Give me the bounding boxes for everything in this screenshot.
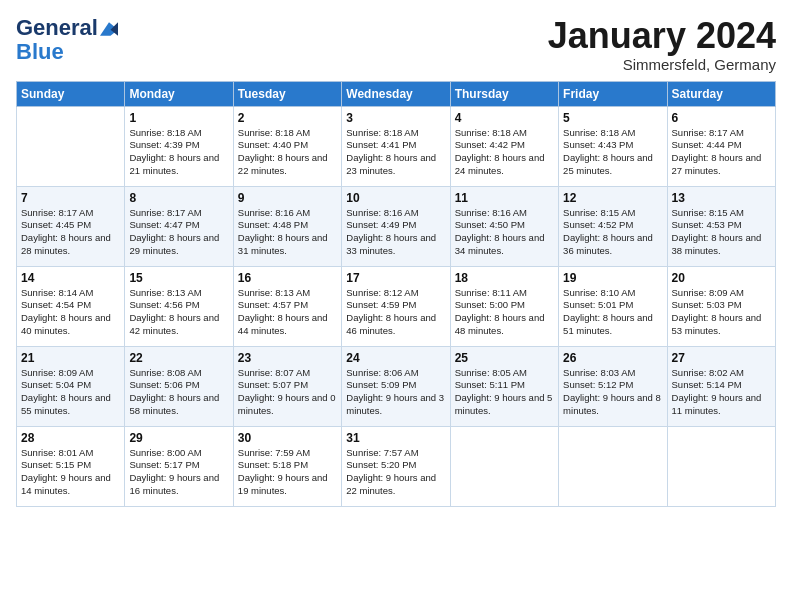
calendar-cell: 16Sunrise: 8:13 AM Sunset: 4:57 PM Dayli… [233,266,341,346]
calendar-cell: 24Sunrise: 8:06 AM Sunset: 5:09 PM Dayli… [342,346,450,426]
calendar-cell: 7Sunrise: 8:17 AM Sunset: 4:45 PM Daylig… [17,186,125,266]
calendar-cell: 20Sunrise: 8:09 AM Sunset: 5:03 PM Dayli… [667,266,775,346]
calendar-cell [450,426,558,506]
calendar-cell: 12Sunrise: 8:15 AM Sunset: 4:52 PM Dayli… [559,186,667,266]
calendar-cell: 23Sunrise: 8:07 AM Sunset: 5:07 PM Dayli… [233,346,341,426]
day-number: 26 [563,351,662,365]
day-detail: Sunrise: 8:13 AM Sunset: 4:57 PM Dayligh… [238,287,337,338]
weekday-header-sunday: Sunday [17,81,125,106]
logo-text: General [16,16,118,40]
logo-blue-text: Blue [16,39,64,64]
calendar-cell [667,426,775,506]
calendar-table: SundayMondayTuesdayWednesdayThursdayFrid… [16,81,776,507]
day-detail: Sunrise: 7:59 AM Sunset: 5:18 PM Dayligh… [238,447,337,498]
day-detail: Sunrise: 8:06 AM Sunset: 5:09 PM Dayligh… [346,367,445,418]
calendar-cell: 17Sunrise: 8:12 AM Sunset: 4:59 PM Dayli… [342,266,450,346]
calendar-cell: 13Sunrise: 8:15 AM Sunset: 4:53 PM Dayli… [667,186,775,266]
day-detail: Sunrise: 8:18 AM Sunset: 4:42 PM Dayligh… [455,127,554,178]
day-detail: Sunrise: 8:15 AM Sunset: 4:53 PM Dayligh… [672,207,771,258]
day-number: 6 [672,111,771,125]
day-number: 22 [129,351,228,365]
day-number: 17 [346,271,445,285]
weekday-header-friday: Friday [559,81,667,106]
calendar-cell: 15Sunrise: 8:13 AM Sunset: 4:56 PM Dayli… [125,266,233,346]
day-number: 18 [455,271,554,285]
day-number: 9 [238,191,337,205]
calendar-cell: 21Sunrise: 8:09 AM Sunset: 5:04 PM Dayli… [17,346,125,426]
day-number: 11 [455,191,554,205]
location-subtitle: Simmersfeld, Germany [548,56,776,73]
calendar-cell: 18Sunrise: 8:11 AM Sunset: 5:00 PM Dayli… [450,266,558,346]
day-number: 12 [563,191,662,205]
day-number: 10 [346,191,445,205]
calendar-cell: 5Sunrise: 8:18 AM Sunset: 4:43 PM Daylig… [559,106,667,186]
calendar-cell: 27Sunrise: 8:02 AM Sunset: 5:14 PM Dayli… [667,346,775,426]
calendar-cell: 30Sunrise: 7:59 AM Sunset: 5:18 PM Dayli… [233,426,341,506]
title-block: January 2024 Simmersfeld, Germany [548,16,776,73]
calendar-cell: 25Sunrise: 8:05 AM Sunset: 5:11 PM Dayli… [450,346,558,426]
day-detail: Sunrise: 8:17 AM Sunset: 4:47 PM Dayligh… [129,207,228,258]
day-detail: Sunrise: 8:18 AM Sunset: 4:40 PM Dayligh… [238,127,337,178]
day-number: 4 [455,111,554,125]
day-number: 30 [238,431,337,445]
day-detail: Sunrise: 8:08 AM Sunset: 5:06 PM Dayligh… [129,367,228,418]
day-number: 28 [21,431,120,445]
day-detail: Sunrise: 8:18 AM Sunset: 4:39 PM Dayligh… [129,127,228,178]
day-detail: Sunrise: 8:10 AM Sunset: 5:01 PM Dayligh… [563,287,662,338]
day-detail: Sunrise: 8:00 AM Sunset: 5:17 PM Dayligh… [129,447,228,498]
day-number: 25 [455,351,554,365]
day-number: 5 [563,111,662,125]
day-detail: Sunrise: 8:07 AM Sunset: 5:07 PM Dayligh… [238,367,337,418]
day-number: 14 [21,271,120,285]
day-detail: Sunrise: 7:57 AM Sunset: 5:20 PM Dayligh… [346,447,445,498]
day-detail: Sunrise: 8:16 AM Sunset: 4:49 PM Dayligh… [346,207,445,258]
weekday-header-tuesday: Tuesday [233,81,341,106]
day-number: 13 [672,191,771,205]
day-number: 8 [129,191,228,205]
day-number: 1 [129,111,228,125]
day-detail: Sunrise: 8:09 AM Sunset: 5:03 PM Dayligh… [672,287,771,338]
month-title: January 2024 [548,16,776,56]
day-detail: Sunrise: 8:17 AM Sunset: 4:45 PM Dayligh… [21,207,120,258]
day-number: 27 [672,351,771,365]
day-detail: Sunrise: 8:16 AM Sunset: 4:48 PM Dayligh… [238,207,337,258]
calendar-cell: 6Sunrise: 8:17 AM Sunset: 4:44 PM Daylig… [667,106,775,186]
weekday-header-wednesday: Wednesday [342,81,450,106]
calendar-cell: 14Sunrise: 8:14 AM Sunset: 4:54 PM Dayli… [17,266,125,346]
day-detail: Sunrise: 8:02 AM Sunset: 5:14 PM Dayligh… [672,367,771,418]
day-number: 19 [563,271,662,285]
day-number: 2 [238,111,337,125]
day-number: 15 [129,271,228,285]
calendar-cell: 22Sunrise: 8:08 AM Sunset: 5:06 PM Dayli… [125,346,233,426]
day-number: 21 [21,351,120,365]
day-detail: Sunrise: 8:13 AM Sunset: 4:56 PM Dayligh… [129,287,228,338]
calendar-cell: 10Sunrise: 8:16 AM Sunset: 4:49 PM Dayli… [342,186,450,266]
day-detail: Sunrise: 8:01 AM Sunset: 5:15 PM Dayligh… [21,447,120,498]
calendar-cell: 9Sunrise: 8:16 AM Sunset: 4:48 PM Daylig… [233,186,341,266]
calendar-cell: 2Sunrise: 8:18 AM Sunset: 4:40 PM Daylig… [233,106,341,186]
day-detail: Sunrise: 8:05 AM Sunset: 5:11 PM Dayligh… [455,367,554,418]
day-number: 3 [346,111,445,125]
day-number: 31 [346,431,445,445]
calendar-cell: 26Sunrise: 8:03 AM Sunset: 5:12 PM Dayli… [559,346,667,426]
calendar-cell: 3Sunrise: 8:18 AM Sunset: 4:41 PM Daylig… [342,106,450,186]
calendar-cell [17,106,125,186]
day-detail: Sunrise: 8:03 AM Sunset: 5:12 PM Dayligh… [563,367,662,418]
day-detail: Sunrise: 8:12 AM Sunset: 4:59 PM Dayligh… [346,287,445,338]
day-number: 29 [129,431,228,445]
calendar-cell: 4Sunrise: 8:18 AM Sunset: 4:42 PM Daylig… [450,106,558,186]
weekday-header-monday: Monday [125,81,233,106]
day-detail: Sunrise: 8:14 AM Sunset: 4:54 PM Dayligh… [21,287,120,338]
calendar-cell: 31Sunrise: 7:57 AM Sunset: 5:20 PM Dayli… [342,426,450,506]
calendar-cell: 28Sunrise: 8:01 AM Sunset: 5:15 PM Dayli… [17,426,125,506]
day-detail: Sunrise: 8:09 AM Sunset: 5:04 PM Dayligh… [21,367,120,418]
calendar-cell [559,426,667,506]
day-number: 20 [672,271,771,285]
day-detail: Sunrise: 8:16 AM Sunset: 4:50 PM Dayligh… [455,207,554,258]
day-number: 23 [238,351,337,365]
calendar-cell: 19Sunrise: 8:10 AM Sunset: 5:01 PM Dayli… [559,266,667,346]
calendar-cell: 29Sunrise: 8:00 AM Sunset: 5:17 PM Dayli… [125,426,233,506]
weekday-header-thursday: Thursday [450,81,558,106]
day-detail: Sunrise: 8:15 AM Sunset: 4:52 PM Dayligh… [563,207,662,258]
day-number: 7 [21,191,120,205]
